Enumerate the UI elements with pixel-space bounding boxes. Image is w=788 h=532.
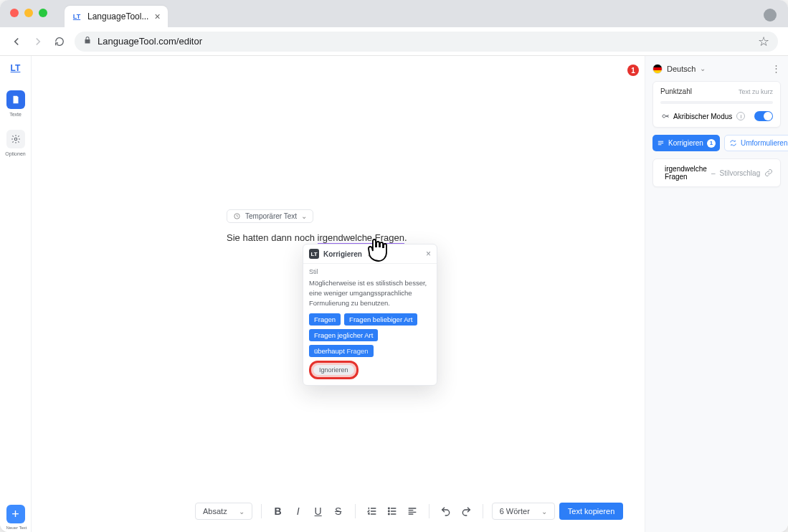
rail-new-text-label: Neuer Text: [4, 526, 29, 530]
korrigieren-count: 1: [707, 139, 716, 148]
score-card: Punktzahl Text zu kurz Akribischer Modus…: [652, 81, 781, 128]
browser-tabbar: LT LanguageTool... ×: [0, 0, 788, 27]
score-bar: [660, 101, 773, 104]
suggestion-chip-2[interactable]: Fragen beliebiger Art: [344, 313, 417, 326]
align-button[interactable]: [404, 503, 420, 519]
rephrase-icon: [729, 139, 737, 147]
text-prefix: Sie hatten dann noch: [227, 232, 318, 243]
bottom-toolbar: Absatz ⌄ B I U S: [195, 500, 623, 522]
document-title-text: Temporärer Text: [245, 212, 297, 220]
window-minimize-button[interactable]: [24, 9, 33, 17]
suggestion-phrase: irgendwelche Fragen: [665, 165, 707, 181]
svg-point-4: [388, 513, 389, 515]
chevron-down-icon: ⌄: [541, 508, 547, 516]
action-row: Korrigieren 1 Umformulieren: [652, 135, 781, 151]
mode-label: Akribischer Modus: [673, 113, 732, 120]
chevron-down-icon: ⌄: [239, 508, 245, 516]
underline-button[interactable]: U: [310, 503, 326, 519]
undo-button[interactable]: [438, 503, 454, 519]
ignore-highlight: Ignorieren: [309, 361, 359, 379]
german-flag-icon: [652, 64, 663, 74]
url-input[interactable]: LanguageTool.com/editor ☆: [75, 32, 778, 52]
lt-badge-icon: LT: [309, 249, 319, 259]
suggestion-category: Stilvorschlag: [720, 169, 761, 177]
popover-title: Korrigieren: [323, 250, 362, 258]
window-close-button[interactable]: [10, 9, 19, 17]
editor-text-line[interactable]: Sie hatten dann noch irgendwelche Fragen…: [227, 232, 407, 243]
popover-header: LT Korrigieren ⌄ ×: [303, 244, 437, 264]
paragraph-select-label: Absatz: [203, 507, 227, 516]
suggestion-sep: –: [711, 169, 716, 177]
rail-texte-label: Texte: [9, 112, 22, 117]
strikethrough-button[interactable]: S: [331, 503, 346, 519]
nav-reload-button[interactable]: [53, 35, 66, 48]
info-icon[interactable]: i: [736, 112, 745, 120]
profile-avatar[interactable]: [764, 9, 777, 22]
nav-back-button[interactable]: [10, 35, 23, 48]
separator: [429, 504, 429, 518]
ignore-button[interactable]: Ignorieren: [313, 365, 354, 375]
rail-new-text-button[interactable]: +: [6, 505, 25, 523]
unordered-list-button[interactable]: [384, 503, 400, 519]
correct-icon: [657, 139, 665, 147]
umformulieren-label: Umformulieren: [741, 139, 788, 147]
window-controls: [10, 9, 47, 17]
svg-point-0: [14, 138, 17, 141]
copy-text-button[interactable]: Text kopieren: [559, 503, 623, 520]
panel-menu-button[interactable]: ⋮: [772, 63, 781, 74]
score-hint: Text zu kurz: [739, 88, 773, 95]
tab-favicon: LT: [72, 11, 82, 22]
rail-texte-button[interactable]: [6, 90, 25, 109]
chevron-down-icon: ⌄: [301, 212, 307, 220]
rail-options-label: Optionen: [5, 151, 25, 156]
separator: [483, 504, 483, 518]
error-count-badge[interactable]: 1: [627, 65, 639, 76]
bold-button[interactable]: B: [270, 503, 286, 519]
wordcount-label: 6 Wörter: [500, 507, 530, 516]
browser-tab[interactable]: LT LanguageTool... ×: [65, 6, 168, 27]
korrigieren-label: Korrigieren: [668, 139, 703, 147]
separator: [261, 504, 262, 518]
infinity-icon: [660, 113, 669, 119]
umformulieren-button[interactable]: Umformulieren: [724, 135, 788, 151]
mode-toggle[interactable]: [754, 111, 773, 121]
editor-area: 1 Temporärer Text ⌄ Sie hatten dann noch…: [32, 56, 645, 532]
score-label: Punktzahl: [660, 87, 692, 95]
ordered-list-button[interactable]: [364, 503, 380, 519]
nav-forward-button[interactable]: [32, 35, 44, 48]
chevron-down-icon: ⌄: [700, 65, 706, 72]
suggestion-chip-3[interactable]: Fragen jeglicher Art: [309, 329, 378, 341]
korrigieren-button[interactable]: Korrigieren 1: [652, 135, 720, 151]
suggestion-chip-1[interactable]: Fragen: [309, 313, 341, 326]
document-title-chip[interactable]: Temporärer Text ⌄: [227, 209, 313, 223]
popover-message: Möglicherweise ist es stilistisch besser…: [309, 278, 431, 308]
link-icon[interactable]: [764, 168, 773, 177]
url-text: LanguageTool.com/editor: [98, 36, 202, 47]
window-maximize-button[interactable]: [39, 9, 47, 17]
lock-icon: [83, 36, 92, 47]
svg-point-3: [388, 510, 389, 512]
text-suffix: .: [404, 232, 407, 243]
suggestion-card[interactable]: irgendwelche Fragen – Stilvorschlag: [652, 158, 781, 187]
style-issue-span[interactable]: irgendwelche Fragen: [318, 232, 404, 244]
wordcount-select[interactable]: 6 Wörter ⌄: [492, 503, 555, 520]
redo-button[interactable]: [458, 503, 474, 519]
popover-close-button[interactable]: ×: [426, 249, 431, 259]
suggestion-popover: LT Korrigieren ⌄ × Stil Möglicherweise i…: [303, 244, 437, 386]
lt-logo-icon[interactable]: LT: [11, 63, 21, 73]
star-icon[interactable]: ☆: [758, 34, 769, 49]
italic-button[interactable]: I: [290, 503, 306, 519]
language-selector[interactable]: Deutsch ⌄ ⋮: [652, 63, 781, 74]
chevron-down-icon[interactable]: ⌄: [366, 250, 372, 258]
paragraph-select[interactable]: Absatz ⌄: [195, 503, 252, 520]
browser-urlbar: LanguageTool.com/editor ☆: [0, 27, 788, 56]
suggestion-chip-4[interactable]: überhaupt Fragen: [309, 345, 374, 357]
right-panel: Deutsch ⌄ ⋮ Punktzahl Text zu kurz Akrib…: [645, 56, 788, 532]
separator: [355, 504, 356, 518]
left-rail: LT Texte Optionen + Neuer Text: [0, 56, 32, 532]
language-label: Deutsch: [667, 65, 696, 73]
popover-category: Stil: [309, 268, 431, 275]
rail-options-button[interactable]: [6, 130, 25, 148]
svg-point-2: [388, 508, 389, 509]
tab-close-button[interactable]: ×: [154, 11, 160, 22]
